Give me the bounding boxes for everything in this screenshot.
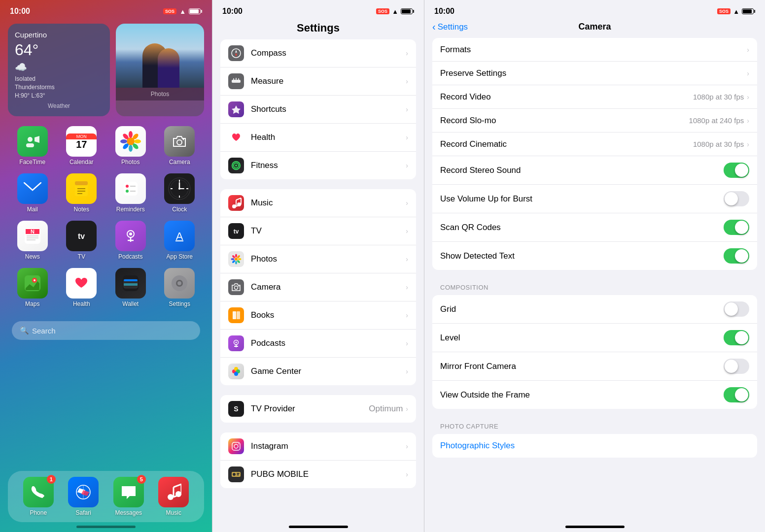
- instagram-label: Instagram: [251, 441, 406, 451]
- app-news[interactable]: N News: [13, 221, 52, 260]
- dock-safari[interactable]: Safari: [64, 477, 103, 516]
- dock-phone[interactable]: 1 Phone: [19, 477, 58, 516]
- app-camera[interactable]: Camera: [160, 126, 199, 166]
- camera-row-stereo[interactable]: Record Stereo Sound: [432, 156, 757, 185]
- app-calendar[interactable]: MON 17 Calendar: [62, 126, 101, 166]
- outside-toggle[interactable]: [724, 387, 749, 402]
- app-wallet[interactable]: Wallet: [111, 268, 150, 307]
- news-icon: N: [17, 221, 48, 251]
- burst-toggle[interactable]: [724, 191, 749, 206]
- mirror-toggle[interactable]: [724, 359, 749, 374]
- settings-status-icons: SOS ▲: [376, 8, 414, 15]
- app-health[interactable]: Health: [62, 268, 101, 307]
- camera-row-cinematic[interactable]: Record Cinematic 1080p at 30 fps ›: [432, 133, 757, 156]
- svg-point-98: [231, 258, 235, 260]
- home-screen: 10:00 SOS ▲ Cupertino 64° ☁️ IsolatedThu…: [0, 0, 212, 532]
- settings-row-shortcuts[interactable]: Shortcuts ›: [220, 96, 416, 124]
- app-row-2: Mail Notes: [8, 173, 204, 213]
- svg-point-101: [239, 286, 240, 287]
- svg-point-53: [34, 279, 35, 281]
- camera-scroll[interactable]: Formats › Preserve Settings › Record Vid…: [424, 38, 765, 523]
- app-notes[interactable]: Notes: [62, 173, 101, 213]
- camera-row-record-video[interactable]: Record Video 1080p at 30 fps ›: [432, 85, 757, 109]
- wifi-icon: ▲: [179, 8, 186, 15]
- weather-widget[interactable]: Cupertino 64° ☁️ IsolatedThunderstormsH:…: [8, 24, 110, 116]
- camera-row-qr[interactable]: Scan QR Codes: [432, 213, 757, 242]
- detected-text-toggle[interactable]: [724, 248, 749, 264]
- svg-point-7: [134, 139, 141, 143]
- mail-label: Mail: [27, 206, 38, 213]
- grid-label: Grid: [440, 304, 724, 314]
- game-center-row-icon: [228, 364, 244, 379]
- tv-settings-label: TV: [251, 226, 406, 236]
- camera-row-outside[interactable]: View Outside the Frame: [432, 381, 757, 409]
- app-appstore[interactable]: A App Store: [160, 221, 199, 260]
- settings-group-1: Compass › Measure ›: [220, 39, 416, 179]
- settings-row-health[interactable]: Health ›: [220, 124, 416, 152]
- books-row-icon: [228, 307, 244, 323]
- camera-home-indicator: [565, 526, 625, 528]
- fitness-row-icon: [228, 158, 244, 173]
- settings-scroll[interactable]: Compass › Measure ›: [212, 39, 424, 523]
- settings-row-compass[interactable]: Compass ›: [220, 39, 416, 67]
- dock-music[interactable]: Music: [154, 477, 193, 516]
- app-tv[interactable]: tv TV: [62, 221, 101, 260]
- grid-toggle[interactable]: [724, 301, 749, 317]
- health-chevron: ›: [406, 133, 408, 141]
- settings-row-pubg[interactable]: PUBG MOBILE ›: [220, 461, 416, 488]
- podcasts-icon: [115, 221, 146, 251]
- qr-toggle[interactable]: [724, 220, 749, 235]
- camera-row-detected-text[interactable]: Show Detected Text: [432, 242, 757, 270]
- camera-row-preserve[interactable]: Preserve Settings ›: [432, 62, 757, 85]
- app-maps[interactable]: Maps: [13, 268, 52, 307]
- app-photos[interactable]: Photos: [111, 126, 150, 166]
- photos-label: Photos: [116, 88, 204, 100]
- svg-rect-103: [237, 311, 240, 319]
- formats-chevron: ›: [747, 46, 749, 54]
- settings-row-music[interactable]: Music ›: [220, 189, 416, 217]
- settings-row-tv-provider[interactable]: S TV Provider Optimum ›: [220, 395, 416, 423]
- photos-widget[interactable]: Photos: [116, 24, 204, 116]
- app-podcasts[interactable]: Podcasts: [111, 221, 150, 260]
- camera-row-photo-styles[interactable]: Photographic Styles: [432, 434, 757, 458]
- settings-sos: SOS: [376, 8, 389, 14]
- camera-row-mirror[interactable]: Mirror Front Camera: [432, 352, 757, 381]
- app-facetime[interactable]: FaceTime: [13, 126, 52, 166]
- camera-row-formats[interactable]: Formats ›: [432, 38, 757, 62]
- photos-widget-image: [116, 24, 204, 88]
- settings-row-measure[interactable]: Measure ›: [220, 67, 416, 96]
- tv-label: TV: [78, 253, 85, 260]
- stereo-toggle[interactable]: [724, 163, 749, 178]
- app-clock[interactable]: Clock: [160, 173, 199, 213]
- settings-row-books[interactable]: Books ›: [220, 301, 416, 330]
- wallet-icon: [115, 268, 146, 299]
- app-mail[interactable]: Mail: [13, 173, 52, 213]
- camera-row-burst[interactable]: Use Volume Up for Burst: [432, 185, 757, 213]
- settings-row-podcasts[interactable]: Podcasts ›: [220, 330, 416, 358]
- camera-row-slo-mo[interactable]: Record Slo-mo 1080p at 240 fps ›: [432, 109, 757, 133]
- settings-row-camera[interactable]: Camera ›: [220, 273, 416, 301]
- settings-row-photos[interactable]: Photos ›: [220, 245, 416, 273]
- weather-temp: 64°: [15, 41, 103, 59]
- record-video-label: Record Video: [440, 92, 693, 102]
- svg-point-99: [232, 255, 236, 259]
- pubg-label: PUBG MOBILE: [251, 469, 406, 479]
- camera-row-grid[interactable]: Grid: [432, 295, 757, 324]
- camera-status-bar: 10:00 SOS ▲: [424, 0, 765, 16]
- search-pill[interactable]: 🔍 Search: [12, 321, 200, 340]
- camera-settings-chevron: ›: [406, 283, 408, 291]
- app-reminders[interactable]: Reminders: [111, 173, 150, 213]
- camera-group-photo-capture: Photographic Styles: [432, 434, 757, 458]
- dock: 1 Phone Safari 5 Messages: [8, 471, 204, 522]
- settings-row-instagram[interactable]: Instagram ›: [220, 432, 416, 461]
- home-search-bar[interactable]: 🔍 Search: [12, 321, 200, 340]
- app-settings[interactable]: Settings: [160, 268, 199, 307]
- back-button[interactable]: ‹ Settings: [432, 21, 468, 33]
- settings-row-game-center[interactable]: Game Center ›: [220, 358, 416, 385]
- settings-row-fitness[interactable]: Fitness ›: [220, 152, 416, 179]
- level-toggle[interactable]: [724, 330, 749, 345]
- home-apps-grid: FaceTime MON 17 Calendar: [0, 122, 212, 319]
- settings-row-tv[interactable]: tv TV ›: [220, 217, 416, 245]
- camera-row-level[interactable]: Level: [432, 324, 757, 352]
- dock-messages[interactable]: 5 Messages: [109, 477, 148, 516]
